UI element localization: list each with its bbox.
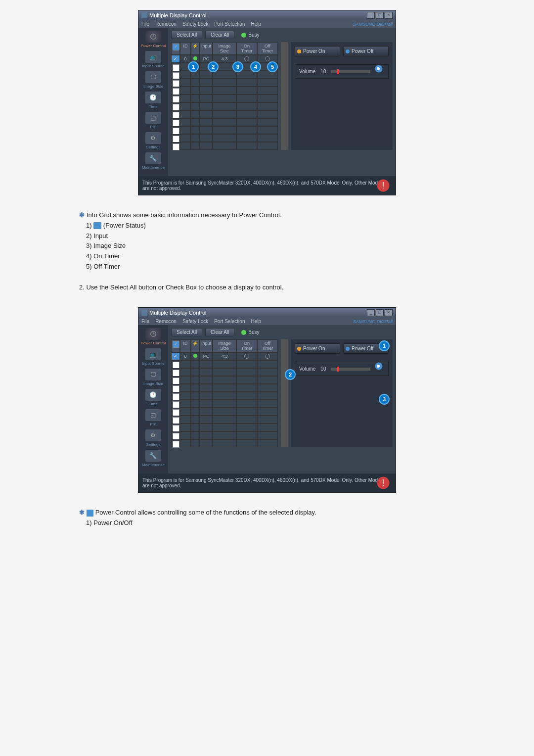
busy-label: Busy	[248, 330, 259, 335]
window-title: Multiple Display Control	[149, 12, 207, 18]
control-panel: Power On Power Off Volume 10 1 2	[291, 339, 393, 447]
grid-row[interactable]	[171, 110, 278, 118]
grid-row[interactable]	[171, 134, 278, 142]
menu-remocon[interactable]: Remocon	[155, 319, 177, 324]
sidebar-settings[interactable]: ⚙ Settings	[145, 429, 161, 447]
minimize-button[interactable]: _	[367, 12, 375, 19]
col-off-timer: Off Timer	[257, 339, 278, 352]
scrollbar[interactable]	[281, 42, 288, 150]
clear-all-button[interactable]: Clear All	[205, 328, 234, 336]
menu-file[interactable]: File	[141, 21, 149, 27]
volume-value: 10	[320, 69, 326, 74]
grid-row[interactable]	[171, 368, 278, 376]
maintenance-icon: 🔧	[145, 152, 161, 164]
grid-row[interactable]	[171, 360, 278, 368]
grid-row[interactable]	[171, 431, 278, 439]
minimize-button[interactable]: _	[367, 309, 375, 316]
menu-help[interactable]: Help	[251, 319, 261, 324]
grid-row[interactable]	[171, 63, 278, 71]
sidebar-pip[interactable]: ◱ PIP	[145, 112, 161, 129]
sidebar-maintenance[interactable]: 🔧 Maintenance	[142, 152, 165, 170]
col-status: ⚡	[191, 339, 200, 352]
sidebar-input-source[interactable]: 📺 Input Source	[142, 348, 164, 366]
grid-row[interactable]	[171, 126, 278, 134]
warning-icon: !	[376, 475, 391, 490]
power-status-icon	[93, 222, 101, 229]
scrollbar[interactable]	[281, 339, 288, 447]
warning-icon: !	[376, 178, 391, 193]
grid-row[interactable]	[171, 79, 278, 87]
sidebar-image-size[interactable]: 🖵 Image Size	[143, 369, 163, 386]
grid-row[interactable]	[171, 408, 278, 416]
grid-row[interactable]	[171, 400, 278, 408]
clear-all-button[interactable]: Clear All	[205, 31, 234, 39]
menu-port-selection[interactable]: Port Selection	[214, 21, 245, 27]
grid-row[interactable]: ✓ 0 PC 4:3	[171, 352, 278, 360]
grid-row[interactable]	[171, 118, 278, 126]
grid-row[interactable]	[171, 102, 278, 110]
power-on-button[interactable]: Power On	[295, 343, 340, 354]
callout-1: 1	[188, 61, 199, 72]
volume-slider[interactable]	[331, 70, 370, 73]
grid-row[interactable]	[171, 416, 278, 424]
busy-label: Busy	[248, 32, 259, 38]
sidebar-time[interactable]: 🕐 Time	[145, 92, 161, 109]
select-all-button[interactable]: Select All	[171, 31, 202, 39]
window-title: Multiple Display Control	[149, 310, 207, 316]
close-button[interactable]: ×	[385, 12, 393, 19]
desc2-intro: Power Control allows controlling some of…	[95, 509, 316, 516]
sidebar-image-size[interactable]: 🖵 Image Size	[143, 71, 163, 89]
menu-file[interactable]: File	[141, 319, 149, 324]
grid-row[interactable]	[171, 384, 278, 392]
power-off-button[interactable]: Power Off	[343, 46, 389, 56]
menu-remocon[interactable]: Remocon	[155, 21, 177, 27]
speaker-icon[interactable]	[374, 362, 384, 372]
row-check[interactable]: ✓	[171, 55, 180, 63]
grid-row[interactable]	[171, 424, 278, 431]
sidebar-pip[interactable]: ◱ PIP	[145, 409, 161, 426]
power-on-button[interactable]: Power On	[295, 46, 340, 56]
maximize-button[interactable]: □	[376, 309, 384, 316]
close-button[interactable]: ×	[385, 309, 393, 316]
col-input: Input	[200, 42, 213, 55]
grid-row[interactable]	[171, 142, 278, 150]
menu-help[interactable]: Help	[251, 21, 261, 27]
row-check[interactable]: ✓	[171, 352, 180, 360]
sidebar-label: Settings	[146, 145, 161, 149]
grid-row[interactable]	[171, 439, 278, 447]
grid-header: ✓ ID ⚡ Input Image Size On Timer Off Tim…	[171, 339, 278, 352]
sidebar-label: Time	[149, 104, 157, 109]
grid-row[interactable]	[171, 392, 278, 400]
speaker-icon[interactable]	[374, 64, 384, 74]
row-id: 0	[180, 55, 191, 63]
sidebar-input-source[interactable]: 📺 Input Source	[142, 51, 164, 68]
col-on-timer: On Timer	[236, 339, 257, 352]
col-check[interactable]: ✓	[171, 42, 180, 55]
row-size: 4:3	[213, 55, 236, 63]
select-all-button[interactable]: Select All	[171, 328, 202, 336]
volume-slider[interactable]	[331, 368, 370, 371]
sidebar-power-control[interactable]: Power Control	[141, 328, 166, 345]
info-grid: ✓ ID ⚡ Input Image Size On Timer Off Tim…	[171, 339, 278, 447]
star-icon: ✱	[79, 509, 85, 516]
grid-row[interactable]: ✓ 0 PC 4:3	[171, 55, 278, 63]
grid-row[interactable]	[171, 87, 278, 94]
sidebar-maintenance[interactable]: 🔧 Maintenance	[142, 450, 165, 467]
maximize-button[interactable]: □	[376, 12, 384, 19]
menu-port-selection[interactable]: Port Selection	[214, 319, 245, 324]
sidebar-settings[interactable]: ⚙ Settings	[145, 132, 161, 149]
grid-row[interactable]	[171, 94, 278, 102]
col-check[interactable]: ✓	[171, 339, 180, 352]
grid-row[interactable]	[171, 71, 278, 79]
main-area: Select All Clear All Busy ✓ ID ⚡ Input I…	[168, 28, 396, 176]
sidebar-power-control[interactable]: Power Control	[141, 31, 166, 48]
svg-text:!: !	[382, 478, 385, 488]
grid-row[interactable]	[171, 376, 278, 384]
menu-safety-lock[interactable]: Safety Lock	[182, 319, 208, 324]
sidebar-label: Power Control	[141, 341, 166, 345]
menu-safety-lock[interactable]: Safety Lock	[182, 21, 208, 27]
toolbar: Select All Clear All Busy	[171, 328, 393, 336]
desc-intro: Info Grid shows some basic information n…	[87, 211, 282, 219]
brand-logo: SAMSUNG DIGITall	[353, 22, 393, 27]
sidebar-time[interactable]: 🕐 Time	[145, 389, 161, 406]
